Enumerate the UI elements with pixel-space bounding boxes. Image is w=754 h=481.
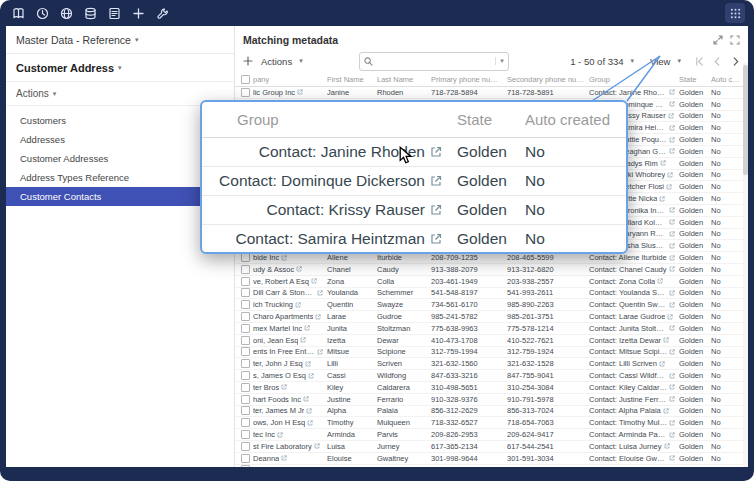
external-link-icon[interactable] bbox=[281, 384, 287, 390]
external-link-icon[interactable] bbox=[305, 361, 311, 367]
external-link-icon[interactable] bbox=[669, 219, 675, 225]
apps-grid-icon[interactable] bbox=[725, 3, 745, 23]
table-row[interactable]: hart Foods IncJustineFerrario910-328-937… bbox=[235, 394, 748, 406]
wrench-icon[interactable] bbox=[156, 7, 169, 20]
external-link-icon[interactable] bbox=[669, 243, 675, 249]
external-link-icon[interactable] bbox=[314, 443, 320, 449]
row-checkbox[interactable] bbox=[241, 324, 250, 333]
column-header-primary-phone[interactable]: Primary phone number bbox=[431, 75, 507, 84]
table-row[interactable]: ich TruckingQuentinSwayze734-561-6170985… bbox=[235, 299, 748, 311]
external-link-icon[interactable] bbox=[669, 231, 675, 237]
column-header-group[interactable]: Group bbox=[589, 75, 679, 84]
external-link-icon[interactable] bbox=[657, 278, 663, 284]
row-checkbox[interactable] bbox=[241, 430, 250, 439]
table-row[interactable]: veras ProspectGoldaKaniecki732-628-99097… bbox=[235, 465, 748, 468]
database-icon[interactable] bbox=[84, 7, 97, 20]
external-link-icon[interactable] bbox=[669, 302, 675, 308]
external-link-icon[interactable] bbox=[669, 125, 675, 131]
external-link-icon[interactable] bbox=[669, 266, 675, 272]
external-link-icon[interactable] bbox=[669, 207, 675, 213]
row-checkbox[interactable] bbox=[241, 406, 250, 415]
external-link-icon[interactable] bbox=[306, 408, 312, 414]
row-checkbox[interactable] bbox=[241, 336, 250, 345]
table-row[interactable]: Charo ApartmentsLaraeGudroe985-241-57829… bbox=[235, 311, 748, 323]
external-link-icon[interactable] bbox=[317, 349, 323, 355]
column-header-company[interactable]: pany bbox=[253, 75, 327, 84]
external-link-icon[interactable] bbox=[669, 455, 675, 461]
external-link-icon[interactable] bbox=[669, 137, 675, 143]
external-link-icon[interactable] bbox=[663, 337, 669, 343]
column-header-state[interactable]: State bbox=[679, 75, 711, 84]
entity-selector[interactable]: Customer Address ▾ bbox=[6, 54, 234, 82]
table-row[interactable]: s, James O EsqCassiWildfong847-633-32168… bbox=[235, 370, 748, 382]
grid-actions-menu[interactable]: Actions ▾ bbox=[261, 56, 303, 67]
model-selector[interactable]: Master Data - Reference ▾ bbox=[6, 26, 234, 54]
table-row[interactable]: ter, James M JrAlphaPalaia856-312-262985… bbox=[235, 406, 748, 418]
view-menu[interactable]: View ▾ bbox=[650, 56, 681, 67]
row-checkbox[interactable] bbox=[241, 383, 250, 392]
row-checkbox[interactable] bbox=[241, 347, 250, 356]
first-page-icon[interactable] bbox=[695, 57, 704, 66]
external-link-icon[interactable] bbox=[281, 455, 287, 461]
row-checkbox[interactable] bbox=[241, 418, 250, 427]
table-row[interactable]: mex Martel IncJunitaStoltzman775-638-996… bbox=[235, 323, 748, 335]
external-link-icon[interactable] bbox=[666, 184, 672, 190]
table-row[interactable]: tec IncArmindaParvis209-826-2953209-624-… bbox=[235, 429, 748, 441]
external-link-icon[interactable] bbox=[281, 255, 287, 261]
table-row[interactable]: oni, Jean EsqIzettaDewar410-473-1708410-… bbox=[235, 335, 748, 347]
external-link-icon[interactable] bbox=[660, 160, 666, 166]
table-row[interactable]: ows, Jon H EsqTimothyMulqueen718-332-652… bbox=[235, 417, 748, 429]
table-row[interactable]: ter BrosKileyCaldarera310-498-5651310-25… bbox=[235, 382, 748, 394]
external-link-icon[interactable] bbox=[669, 148, 675, 154]
external-link-icon[interactable] bbox=[296, 266, 302, 272]
external-link-icon[interactable] bbox=[311, 278, 317, 284]
external-link-icon[interactable] bbox=[669, 432, 675, 438]
external-link-icon[interactable] bbox=[669, 349, 675, 355]
external-link-icon[interactable] bbox=[304, 325, 310, 331]
external-link-icon[interactable] bbox=[430, 233, 442, 245]
external-link-icon[interactable] bbox=[659, 361, 665, 367]
pagination-selector[interactable]: 1 - 50 of 334 ▾ bbox=[570, 56, 634, 67]
external-link-icon[interactable] bbox=[669, 255, 675, 261]
external-link-icon[interactable] bbox=[295, 302, 301, 308]
table-row[interactable]: ter, John J EsqLilliScriven321-632-15603… bbox=[235, 358, 748, 370]
external-link-icon[interactable] bbox=[664, 443, 670, 449]
external-link-icon[interactable] bbox=[308, 373, 314, 379]
fullscreen-icon[interactable] bbox=[730, 35, 740, 45]
next-page-icon[interactable] bbox=[731, 57, 740, 66]
external-link-icon[interactable] bbox=[303, 396, 309, 402]
table-row[interactable]: ents In Free EntrprsMitsueScipione312-75… bbox=[235, 347, 748, 359]
column-header-auto-created[interactable]: Auto created bbox=[711, 75, 745, 84]
search-input[interactable] bbox=[377, 55, 491, 67]
row-checkbox[interactable] bbox=[241, 442, 250, 451]
row-checkbox[interactable] bbox=[241, 253, 250, 262]
row-checkbox[interactable] bbox=[241, 371, 250, 380]
column-header-first-name[interactable]: First Name bbox=[327, 75, 377, 84]
external-link-icon[interactable] bbox=[669, 101, 675, 107]
external-link-icon[interactable] bbox=[669, 384, 675, 390]
external-link-icon[interactable] bbox=[669, 373, 675, 379]
row-checkbox[interactable] bbox=[241, 395, 250, 404]
prev-page-icon[interactable] bbox=[713, 57, 722, 66]
external-link-icon[interactable] bbox=[663, 408, 669, 414]
external-link-icon[interactable] bbox=[317, 290, 323, 296]
history-icon[interactable] bbox=[36, 7, 49, 20]
external-link-icon[interactable] bbox=[669, 290, 675, 296]
external-link-icon[interactable] bbox=[669, 420, 675, 426]
row-checkbox[interactable] bbox=[241, 277, 250, 286]
external-link-icon[interactable] bbox=[430, 146, 442, 158]
table-row[interactable]: ve, Robert A EsqZonaColla203-461-1949203… bbox=[235, 276, 748, 288]
table-row[interactable]: lic Group IncJanineRhoden718-728-5894718… bbox=[235, 87, 748, 99]
external-link-icon[interactable] bbox=[315, 314, 321, 320]
table-row[interactable]: Dill Carr & StonbrakerYoulandaSchemmer54… bbox=[235, 288, 748, 300]
scrollbar-thumb[interactable] bbox=[743, 65, 748, 175]
column-header-last-name[interactable]: Last Name bbox=[377, 75, 431, 84]
external-link-icon[interactable] bbox=[667, 172, 673, 178]
external-link-icon[interactable] bbox=[430, 175, 442, 187]
add-icon[interactable] bbox=[132, 7, 145, 20]
row-checkbox[interactable] bbox=[241, 88, 250, 97]
external-link-icon[interactable] bbox=[659, 196, 665, 202]
external-link-icon[interactable] bbox=[300, 337, 306, 343]
external-link-icon[interactable] bbox=[297, 89, 303, 95]
external-link-icon[interactable] bbox=[669, 325, 675, 331]
